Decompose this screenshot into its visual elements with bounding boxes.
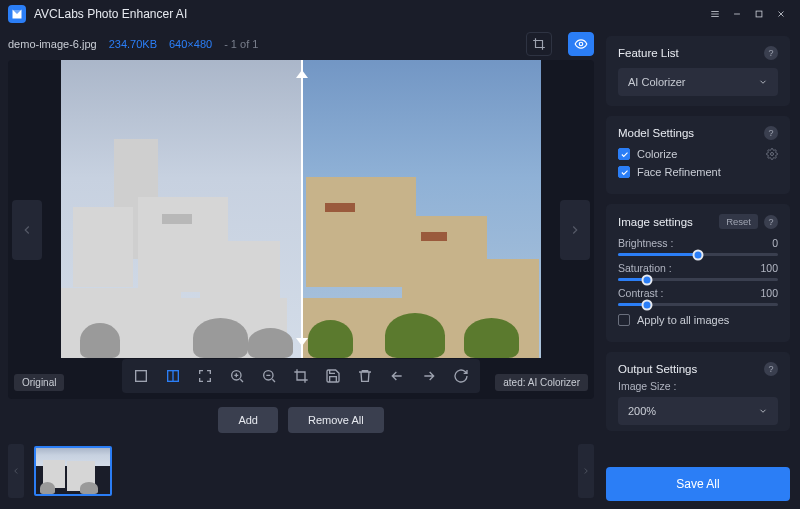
image-settings-panel: Image settings Reset ? Brightness :0 Sat… — [606, 204, 790, 342]
image-settings-help-icon[interactable]: ? — [764, 215, 778, 229]
compare-preview[interactable] — [61, 60, 541, 358]
feature-list-header: Feature List — [618, 47, 679, 59]
chevron-down-icon — [758, 77, 768, 87]
feature-dropdown-value: AI Colorizer — [628, 76, 685, 88]
brightness-value: 0 — [772, 237, 778, 249]
remove-all-button[interactable]: Remove All — [288, 407, 384, 433]
menu-icon[interactable] — [704, 3, 726, 25]
face-refinement-checkbox-row[interactable]: Face Refinement — [618, 166, 778, 178]
next-image-button[interactable] — [560, 200, 590, 260]
maximize-button[interactable] — [748, 3, 770, 25]
prev-image-button[interactable] — [12, 200, 42, 260]
close-button[interactable] — [770, 3, 792, 25]
thumbnail-0[interactable] — [34, 446, 112, 496]
file-name: demo-image-6.jpg — [8, 38, 97, 50]
view-single-icon[interactable] — [132, 367, 150, 385]
image-size-value: 200% — [628, 405, 656, 417]
refresh-icon[interactable] — [452, 367, 470, 385]
model-settings-panel: Model Settings ? Colorize Face Refinemen… — [606, 116, 790, 194]
colorize-checkbox-row[interactable]: Colorize — [618, 148, 778, 160]
svg-point-1 — [579, 42, 583, 46]
feature-dropdown[interactable]: AI Colorizer — [618, 68, 778, 96]
output-help-icon[interactable]: ? — [764, 362, 778, 376]
preview-toggle-button[interactable] — [568, 32, 594, 56]
apply-all-checkbox[interactable] — [618, 314, 630, 326]
image-size-dropdown[interactable]: 200% — [618, 397, 778, 425]
zoom-out-icon[interactable] — [260, 367, 278, 385]
saturation-value: 100 — [760, 262, 778, 274]
apply-all-checkbox-row[interactable]: Apply to all images — [618, 314, 778, 326]
add-button[interactable]: Add — [218, 407, 278, 433]
output-settings-panel: Output Settings ? Image Size : 200% — [606, 352, 790, 431]
image-settings-header: Image settings — [618, 216, 693, 228]
svg-point-6 — [771, 153, 774, 156]
model-help-icon[interactable]: ? — [764, 126, 778, 140]
feature-list-panel: Feature List ? AI Colorizer — [606, 36, 790, 106]
app-logo — [8, 5, 26, 23]
face-refinement-checkbox[interactable] — [618, 166, 630, 178]
redo-icon[interactable] — [420, 367, 438, 385]
svg-rect-2 — [136, 371, 147, 382]
contrast-label: Contrast : — [618, 287, 664, 299]
canvas-area: Original ated: AI Colorizer — [8, 60, 594, 399]
svg-rect-0 — [756, 11, 762, 17]
file-count: - 1 of 1 — [224, 38, 258, 50]
output-settings-header: Output Settings — [618, 363, 697, 375]
file-size: 234.70KB — [109, 38, 157, 50]
brightness-slider[interactable] — [618, 253, 778, 256]
chevron-down-icon — [758, 406, 768, 416]
zoom-in-icon[interactable] — [228, 367, 246, 385]
colorize-checkbox[interactable] — [618, 148, 630, 160]
brightness-label: Brightness : — [618, 237, 673, 249]
face-refinement-label: Face Refinement — [637, 166, 721, 178]
undo-icon[interactable] — [388, 367, 406, 385]
feature-help-icon[interactable]: ? — [764, 46, 778, 60]
crop-icon[interactable] — [292, 367, 310, 385]
preview-toolbar — [122, 359, 480, 393]
app-title: AVCLabs Photo Enhancer AI — [34, 7, 187, 21]
image-size-label: Image Size : — [618, 380, 778, 392]
saturation-slider[interactable] — [618, 278, 778, 281]
contrast-slider[interactable] — [618, 303, 778, 306]
delete-icon[interactable] — [356, 367, 374, 385]
fit-screen-icon[interactable] — [196, 367, 214, 385]
colorize-label: Colorize — [637, 148, 677, 160]
reset-button[interactable]: Reset — [719, 214, 758, 229]
model-settings-header: Model Settings — [618, 127, 694, 139]
original-tag: Original — [14, 374, 64, 391]
contrast-value: 100 — [760, 287, 778, 299]
processed-tag: ated: AI Colorizer — [495, 374, 588, 391]
save-all-button[interactable]: Save All — [606, 467, 790, 501]
thumb-next-button[interactable] — [578, 444, 594, 498]
view-split-icon[interactable] — [164, 367, 182, 385]
crop-button[interactable] — [526, 32, 552, 56]
saturation-label: Saturation : — [618, 262, 672, 274]
save-icon[interactable] — [324, 367, 342, 385]
minimize-button[interactable] — [726, 3, 748, 25]
apply-all-label: Apply to all images — [637, 314, 729, 326]
thumb-prev-button[interactable] — [8, 444, 24, 498]
file-dimensions: 640×480 — [169, 38, 212, 50]
gear-icon[interactable] — [766, 148, 778, 160]
